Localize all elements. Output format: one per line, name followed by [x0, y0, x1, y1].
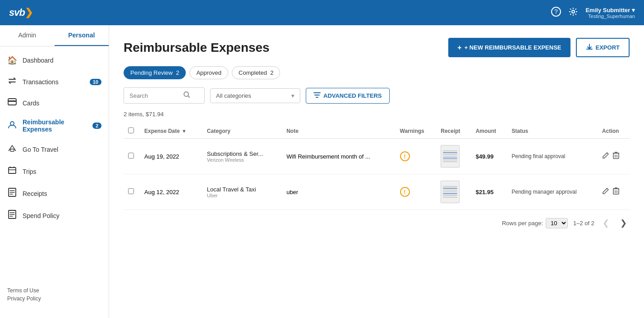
sidebar-label-receipts: Receipts	[23, 190, 47, 197]
page-info: 1–2 of 2	[573, 220, 594, 227]
tab-personal[interactable]: Personal	[55, 25, 109, 46]
terms-of-use-link[interactable]: Terms of Use	[7, 287, 101, 294]
sidebar-footer: Terms of Use Privacy Policy	[0, 282, 109, 309]
row2-note: uber	[282, 174, 395, 210]
row2-checkbox[interactable]	[128, 188, 134, 194]
svg-text:?: ?	[555, 8, 558, 15]
row2-delete-button[interactable]	[613, 187, 619, 196]
main-layout: Admin Personal 🏠 Dashboard Transactions …	[0, 25, 644, 318]
table-row: Aug 19, 2022 Subscriptions & Ser... Veri…	[124, 139, 630, 174]
prev-page-button[interactable]: ❮	[600, 217, 612, 229]
sidebar-item-spend-policy[interactable]: Spend Policy	[0, 204, 109, 227]
sort-icon: ▼	[182, 128, 187, 134]
sidebar-label-spend-policy: Spend Policy	[23, 212, 60, 219]
topnav: svb ❯ ? Emily Submitter ▾ Testing_Superh…	[0, 0, 644, 25]
row1-warnings: !	[396, 139, 437, 174]
search-row: All categories ▾ ADVANCED FILTERS	[124, 87, 630, 104]
row1-receipt[interactable]	[436, 139, 471, 174]
row2-edit-button[interactable]	[602, 187, 609, 196]
transactions-icon	[7, 76, 17, 87]
warning-icon: !	[400, 187, 410, 197]
table-header: Expense Date ▼ Category Note Warnings Re…	[124, 124, 630, 139]
row1-delete-button[interactable]	[613, 152, 619, 161]
new-expense-label: + NEW REIMBURSABLE EXPENSE	[465, 44, 561, 51]
chevron-down-icon: ▾	[291, 92, 294, 99]
receipts-icon	[7, 188, 17, 199]
filter-tab-approved[interactable]: Approved	[189, 66, 228, 79]
row1-actions	[598, 139, 630, 174]
th-expense-date[interactable]: Expense Date ▼	[140, 124, 202, 139]
help-icon[interactable]: ?	[551, 7, 561, 19]
spend-policy-icon	[7, 210, 17, 221]
receipt-thumbnail[interactable]	[441, 181, 460, 203]
row1-checkbox[interactable]	[128, 153, 134, 159]
reimbursable-icon	[7, 120, 17, 132]
table-body: Aug 19, 2022 Subscriptions & Ser... Veri…	[124, 139, 630, 210]
filter-tab-completed[interactable]: Completed 2	[232, 66, 280, 79]
transactions-badge: 10	[90, 79, 101, 85]
row1-category: Subscriptions & Ser... Verizon Wireless	[202, 139, 282, 174]
sidebar-tabs: Admin Personal	[0, 25, 109, 46]
row1-date: Aug 19, 2022	[140, 139, 202, 174]
privacy-policy-link[interactable]: Privacy Policy	[7, 295, 101, 302]
sidebar-item-go-to-travel[interactable]: Go To Travel	[0, 138, 109, 160]
content-header: Reimbursable Expenses + + NEW REIMBURSAB…	[124, 38, 630, 57]
svg-rect-6	[10, 149, 14, 151]
plus-icon: +	[457, 44, 461, 52]
sidebar-label-transactions: Transactions	[23, 78, 59, 86]
category-select[interactable]: All categories ▾	[210, 88, 300, 103]
user-menu[interactable]: Emily Submitter ▾ Testing_Superhuman	[585, 7, 635, 19]
row2-receipt[interactable]	[436, 174, 471, 210]
sidebar: Admin Personal 🏠 Dashboard Transactions …	[0, 25, 109, 318]
warning-icon: !	[400, 151, 410, 161]
rows-per-page: Rows per page: 10 25 50	[502, 218, 568, 228]
row2-amount: $21.95	[471, 174, 507, 210]
expense-table: Expense Date ▼ Category Note Warnings Re…	[124, 124, 630, 210]
svg-rect-7	[9, 168, 16, 173]
advanced-filters-button[interactable]: ADVANCED FILTERS	[306, 88, 390, 104]
th-status: Status	[507, 124, 598, 139]
sidebar-item-reimbursable-expenses[interactable]: Reimbursable Expenses 2	[0, 113, 109, 138]
filter-tab-pending-review[interactable]: Pending Review 2	[124, 66, 186, 79]
sidebar-item-cards[interactable]: Cards	[0, 93, 109, 113]
export-label: EXPORT	[596, 44, 620, 51]
tab-admin[interactable]: Admin	[0, 25, 55, 46]
svg-rect-12	[613, 189, 619, 194]
th-note: Note	[282, 124, 395, 139]
sidebar-item-trips[interactable]: Trips	[0, 160, 109, 182]
settings-icon[interactable]	[568, 7, 578, 19]
search-box[interactable]	[124, 87, 205, 104]
sidebar-item-receipts[interactable]: Receipts	[0, 182, 109, 204]
category-value: All categories	[216, 92, 251, 99]
svg-rect-11	[613, 153, 619, 159]
row2-warnings: !	[396, 174, 437, 210]
sidebar-item-dashboard[interactable]: 🏠 Dashboard	[0, 50, 109, 71]
cards-icon	[7, 98, 17, 108]
sidebar-label-dashboard: Dashboard	[23, 57, 54, 64]
svg-point-5	[10, 122, 14, 125]
export-icon	[586, 43, 593, 52]
topnav-right: ? Emily Submitter ▾ Testing_Superhuman	[551, 7, 635, 19]
search-input[interactable]	[129, 92, 184, 99]
logo-arrow-icon: ❯	[25, 7, 33, 18]
trips-icon	[7, 166, 17, 177]
table-row: Aug 12, 2022 Local Travel & Taxi Uber ub…	[124, 174, 630, 210]
export-button[interactable]: EXPORT	[576, 38, 630, 57]
receipt-thumbnail[interactable]	[441, 145, 460, 168]
user-subname: Testing_Superhuman	[588, 14, 635, 19]
select-all-checkbox[interactable]	[128, 127, 134, 133]
pending-review-count: 2	[176, 69, 179, 76]
rows-per-page-select[interactable]: 10 25 50	[546, 218, 568, 228]
filter-tabs: Pending Review 2 Approved Completed 2	[124, 66, 630, 79]
row2-category: Local Travel & Taxi Uber	[202, 174, 282, 210]
sidebar-label-trips: Trips	[23, 168, 37, 175]
th-warnings: Warnings	[396, 124, 437, 139]
row2-date: Aug 12, 2022	[140, 174, 202, 210]
home-icon: 🏠	[7, 55, 17, 65]
sidebar-item-transactions[interactable]: Transactions 10	[0, 71, 109, 93]
sidebar-label-cards: Cards	[23, 100, 39, 107]
completed-count: 2	[270, 69, 273, 76]
row1-edit-button[interactable]	[602, 152, 609, 161]
new-expense-button[interactable]: + + NEW REIMBURSABLE EXPENSE	[448, 38, 570, 57]
next-page-button[interactable]: ❯	[617, 217, 630, 229]
